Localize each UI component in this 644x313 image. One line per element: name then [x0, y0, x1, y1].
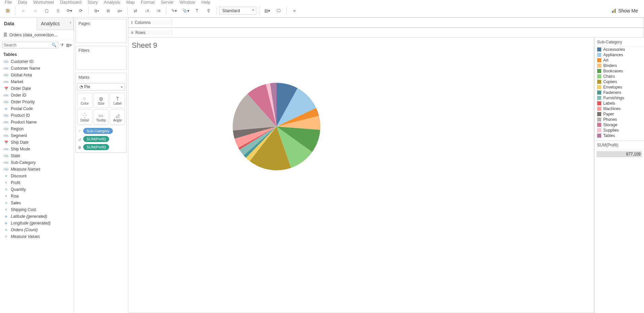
- menu-file[interactable]: File: [5, 0, 12, 5]
- label-toggle-icon[interactable]: T: [192, 6, 202, 16]
- sum-card-bar[interactable]: 977,109: [597, 151, 642, 157]
- menu-window[interactable]: Window: [180, 0, 195, 5]
- field-item[interactable]: AbcProduct Name: [0, 119, 74, 126]
- menu-story[interactable]: Story: [88, 0, 98, 5]
- menu-map[interactable]: Map: [126, 0, 135, 5]
- menu-dashboard[interactable]: Dashboard: [60, 0, 82, 5]
- mark-type-dropdown[interactable]: ◔ Pie: [77, 83, 125, 91]
- field-item[interactable]: #Shipping Cost: [0, 206, 74, 213]
- menu-analysis[interactable]: Analysis: [104, 0, 120, 5]
- field-item[interactable]: AbcCustomer ID: [0, 58, 74, 65]
- duplicate-icon[interactable]: ⧉: [103, 6, 113, 16]
- share-icon[interactable]: ∝: [289, 6, 299, 16]
- legend-item[interactable]: Art: [594, 58, 644, 63]
- pie-chart[interactable]: [233, 83, 320, 170]
- legend-item[interactable]: Bookcases: [594, 68, 644, 74]
- field-item[interactable]: #Quantity: [0, 186, 74, 193]
- refresh-icon[interactable]: ⟳: [76, 6, 86, 16]
- sort-asc-icon[interactable]: ↓≡: [142, 6, 152, 16]
- field-item[interactable]: ⊕Longitude (generated): [0, 220, 74, 227]
- legend-item[interactable]: Phones: [594, 117, 644, 122]
- legend-item[interactable]: Supplies: [594, 128, 644, 133]
- menu-help[interactable]: Help: [201, 0, 211, 5]
- redo-icon[interactable]: →: [30, 6, 40, 16]
- field-item[interactable]: #Discount: [0, 173, 74, 179]
- legend-item[interactable]: Tables: [594, 133, 644, 138]
- menu-format[interactable]: Format: [141, 0, 155, 5]
- undo-icon[interactable]: ←: [19, 6, 29, 16]
- pill[interactable]: Sub-Category: [83, 128, 113, 134]
- legend-item[interactable]: Appliances: [594, 52, 644, 58]
- swap-icon[interactable]: ⇄: [130, 6, 140, 16]
- field-item[interactable]: #Sales: [0, 200, 74, 206]
- mark-label-button[interactable]: TLabel: [110, 93, 125, 108]
- legend-item[interactable]: Copiers: [594, 79, 644, 84]
- presentation-icon[interactable]: 🖵: [273, 6, 284, 16]
- tableau-logo-icon[interactable]: [3, 6, 13, 16]
- pin-icon[interactable]: ⚲: [203, 6, 214, 16]
- field-item[interactable]: AbcState: [0, 152, 74, 159]
- new-datasource-icon[interactable]: ⎙: [53, 6, 63, 16]
- field-item[interactable]: 📅Order Date: [0, 85, 74, 92]
- field-item[interactable]: AbcMeasure Names: [0, 166, 74, 173]
- legend-item[interactable]: Paper: [594, 111, 644, 117]
- field-item[interactable]: 📅Ship Date: [0, 139, 74, 146]
- field-item[interactable]: #Measure Values: [0, 233, 74, 240]
- legend-item[interactable]: Storage: [594, 122, 644, 128]
- legend-item[interactable]: Envelopes: [594, 84, 644, 90]
- field-item[interactable]: ⊕Postal Code: [0, 105, 74, 112]
- highlight-icon[interactable]: ✎▾: [169, 6, 179, 16]
- clear-icon[interactable]: ⧄▾: [115, 6, 125, 16]
- show-me-button[interactable]: Show Me: [612, 8, 641, 13]
- field-item[interactable]: AbcGlobal Area: [0, 72, 74, 78]
- pages-card[interactable]: Pages: [75, 19, 127, 43]
- tab-data[interactable]: Data: [0, 18, 37, 30]
- viz-canvas[interactable]: Sheet 9: [128, 38, 594, 313]
- filter-icon[interactable]: ⧩: [59, 42, 65, 48]
- sheet-title[interactable]: Sheet 9: [132, 41, 157, 50]
- field-item[interactable]: AbcOrder Priority: [0, 99, 74, 105]
- field-item[interactable]: #Orders (Count): [0, 227, 74, 233]
- save-icon[interactable]: ▢: [41, 6, 52, 16]
- legend-item[interactable]: Machines: [594, 106, 644, 111]
- search-input[interactable]: [4, 43, 52, 47]
- field-search[interactable]: 🔍: [2, 42, 58, 48]
- attachment-icon[interactable]: 📎▾: [181, 6, 191, 16]
- legend-item[interactable]: Fasteners: [594, 90, 644, 95]
- field-item[interactable]: AbcRegion: [0, 126, 74, 132]
- mark-tooltip-button[interactable]: ▭Tooltip: [94, 109, 109, 125]
- new-worksheet-icon[interactable]: ⧉▾: [92, 6, 102, 16]
- filters-card[interactable]: Filters: [75, 46, 127, 70]
- menu-data[interactable]: Data: [18, 0, 27, 5]
- legend-item[interactable]: Labels: [594, 101, 644, 106]
- mark-angle-button[interactable]: ◿Angle: [110, 109, 125, 125]
- pill[interactable]: SUM(Profit): [83, 144, 109, 150]
- legend-item[interactable]: Accessories: [594, 47, 644, 52]
- mark-detail-button[interactable]: ⁛Detail: [77, 109, 92, 125]
- field-item[interactable]: #Profit: [0, 179, 74, 186]
- legend-item[interactable]: Binders: [594, 63, 644, 68]
- field-item[interactable]: AbcMarket: [0, 78, 74, 85]
- view-options-icon[interactable]: ▦▾: [66, 42, 72, 48]
- mark-size-button[interactable]: ◍Size: [94, 93, 109, 108]
- field-item[interactable]: AbcSub-Category: [0, 159, 74, 166]
- field-item[interactable]: #Row: [0, 193, 74, 200]
- legend-item[interactable]: Furnishings: [594, 95, 644, 101]
- autoupdate-icon[interactable]: ⟳▾: [64, 6, 74, 16]
- menu-server[interactable]: Server: [161, 0, 173, 5]
- datasource-row[interactable]: 🗄 Orders (data_connection...: [0, 30, 74, 40]
- field-item[interactable]: AbcShip Mode: [0, 146, 74, 152]
- field-item[interactable]: AbcOrder ID: [0, 92, 74, 99]
- pill[interactable]: SUM(Profit): [83, 136, 109, 142]
- menu-worksheet[interactable]: Worksheet: [33, 0, 54, 5]
- field-item[interactable]: ⊕Latitude (generated): [0, 213, 74, 220]
- legend-item[interactable]: Chairs: [594, 74, 644, 79]
- show-cards-icon[interactable]: ▤▾: [262, 6, 272, 16]
- tab-analytics[interactable]: Analytics▾: [37, 18, 74, 30]
- mark-color-button[interactable]: ⁘Color: [77, 93, 92, 108]
- field-item[interactable]: AbcSegment: [0, 132, 74, 139]
- fit-dropdown[interactable]: Standard: [219, 7, 256, 14]
- sort-desc-icon[interactable]: ↑≡: [153, 6, 163, 16]
- field-item[interactable]: AbcCustomer Name: [0, 65, 74, 72]
- field-item[interactable]: AbcProduct ID: [0, 112, 74, 119]
